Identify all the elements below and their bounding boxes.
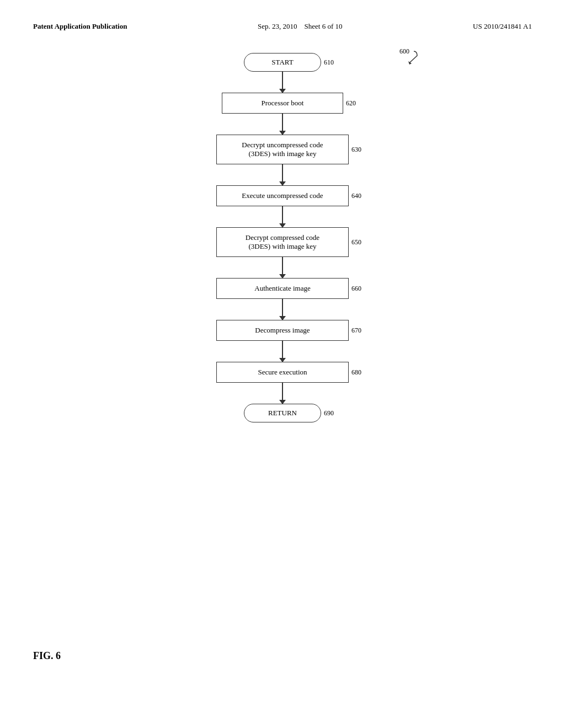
node-start-wrapper: START 610 [244,53,321,72]
authenticate-image-label: Authenticate image [254,284,310,292]
arrow-4 [282,206,283,227]
node-640-label: 640 [351,192,361,200]
flowchart-diagram: 600 START 610 Processor boot 620 [33,47,532,422]
arrow-2 [282,114,283,135]
node-650-wrapper: Decrypt compressed code (3DES) with imag… [216,227,349,257]
start-node: START [244,53,321,72]
node-640-wrapper: Execute uncompressed code 640 [216,185,349,206]
node-610-label: 610 [324,58,334,67]
start-label: START [271,58,293,66]
authenticate-image-node: Authenticate image [216,278,349,299]
node-660-label: 660 [351,285,361,293]
arrow-1 [282,72,283,93]
return-node: RETURN [244,404,321,422]
arrow-5 [282,257,283,278]
page: Patent Application Publication Sep. 23, … [0,0,565,728]
execute-uncompressed-node: Execute uncompressed code [216,185,349,206]
arrow-3 [282,164,283,185]
node-650-label: 650 [351,238,361,247]
secure-execution-node: Secure execution [216,362,349,383]
header-sheet: Sheet 6 of 10 [305,22,343,30]
decompress-image-node: Decompress image [216,320,349,341]
decrypt-compressed-line1: Decrypt compressed code [228,233,337,242]
node-660-wrapper: Authenticate image 660 [216,278,349,299]
page-header: Patent Application Publication Sep. 23, … [33,22,532,31]
node-630-wrapper: Decrypt uncompressed code (3DES) with im… [216,135,349,164]
figure-label: FIG. 6 [33,650,61,662]
arrow-7 [282,341,283,362]
decrypt-uncompressed-line1: Decrypt uncompressed code [228,141,337,149]
node-680-wrapper: Secure execution 680 [216,362,349,383]
processor-boot-label: Processor boot [262,99,304,107]
arrow-6 [282,299,283,320]
node-670-label: 670 [351,326,361,335]
node-690-label: 690 [324,409,334,417]
decrypt-compressed-node: Decrypt compressed code (3DES) with imag… [216,227,349,257]
secure-execution-label: Secure execution [258,368,307,376]
header-publication-type: Patent Application Publication [33,22,127,31]
node-680-label: 680 [351,368,361,377]
node-670-wrapper: Decompress image 670 [216,320,349,341]
execute-uncompressed-label: Execute uncompressed code [242,191,323,200]
node-620-label: 620 [346,99,356,108]
header-date-sheet: Sep. 23, 2010 Sheet 6 of 10 [258,22,342,31]
processor-boot-node: Processor boot [222,93,343,114]
node-620-wrapper: Processor boot 620 [222,93,343,114]
header-patent-number: US 2010/241841 A1 [473,22,532,31]
node-return-wrapper: RETURN 690 [244,404,321,422]
ref-600-arrow [402,50,418,67]
return-label: RETURN [268,409,297,417]
decrypt-uncompressed-node: Decrypt uncompressed code (3DES) with im… [216,135,349,164]
decrypt-uncompressed-line2: (3DES) with image key [228,149,337,158]
arrow-8 [282,383,283,404]
header-date: Sep. 23, 2010 [258,22,297,30]
decrypt-compressed-line2: (3DES) with image key [228,242,337,251]
decompress-image-label: Decompress image [255,326,310,334]
node-630-label: 630 [351,146,361,154]
